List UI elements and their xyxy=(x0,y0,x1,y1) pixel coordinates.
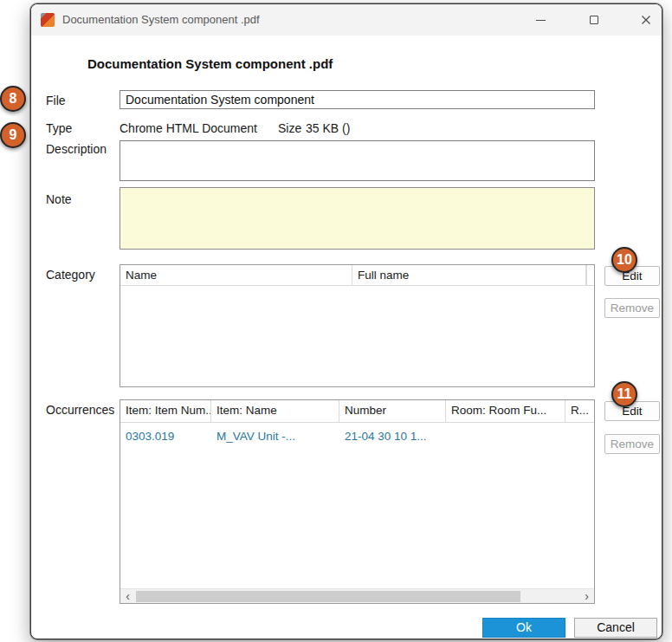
occurrence-room xyxy=(446,426,565,447)
file-label: File xyxy=(46,94,66,107)
occurrences-column-number[interactable]: Number xyxy=(339,400,446,422)
minimize-icon xyxy=(536,20,546,21)
description-input[interactable] xyxy=(120,140,595,181)
occurrences-table: Item: Item Num... Item: Name Number Room… xyxy=(120,399,595,604)
ok-button[interactable]: Ok xyxy=(482,618,565,638)
occurrences-table-header: Item: Item Num... Item: Name Number Room… xyxy=(120,400,594,423)
occurrence-item-number: 0303.019 xyxy=(120,426,211,447)
callout-badge-10: 10 xyxy=(611,247,637,273)
callout-badge-9: 9 xyxy=(0,122,26,148)
close-button[interactable] xyxy=(629,4,662,36)
category-label: Category xyxy=(46,268,95,282)
description-label: Description xyxy=(46,142,107,156)
maximize-icon xyxy=(590,16,598,24)
type-label: Type xyxy=(46,121,72,135)
category-column-name[interactable]: Name xyxy=(120,265,352,285)
category-column-spacer xyxy=(586,265,594,285)
occurrence-item-name: M_VAV Unit -... xyxy=(211,426,339,447)
cancel-button[interactable]: Cancel xyxy=(574,618,657,638)
category-table: Name Full name xyxy=(120,264,595,387)
screenshot-canvas: Documentation System component .pdf Docu… xyxy=(0,0,672,642)
file-input[interactable] xyxy=(120,90,595,109)
window-title: Documentation System component .pdf xyxy=(62,4,260,36)
size-value: 35 KB () xyxy=(306,121,350,135)
note-label: Note xyxy=(46,192,72,206)
type-value: Chrome HTML Document xyxy=(120,121,257,135)
category-column-fullname[interactable]: Full name xyxy=(352,265,586,285)
occurrences-column-item-number[interactable]: Item: Item Num... xyxy=(120,400,211,422)
size-label: Size xyxy=(278,121,301,135)
scroll-left-icon[interactable]: ‹ xyxy=(120,589,135,603)
maximize-button[interactable] xyxy=(577,4,611,36)
horizontal-scrollbar[interactable]: ‹ › xyxy=(120,588,594,603)
occurrences-column-room[interactable]: Room: Room Fu... xyxy=(446,400,565,422)
occurrence-extra xyxy=(565,426,594,447)
occurrences-remove-button[interactable]: Remove xyxy=(604,434,660,454)
occurrence-number: 21-04 30 10 1... xyxy=(339,426,446,447)
category-remove-button[interactable]: Remove xyxy=(604,298,660,318)
scroll-right-icon[interactable]: › xyxy=(579,589,594,603)
callout-badge-8: 8 xyxy=(0,86,26,112)
callout-badge-11: 11 xyxy=(611,381,637,407)
note-input[interactable] xyxy=(120,187,595,250)
document-properties-dialog: Documentation System component .pdf Docu… xyxy=(30,3,662,639)
occurrences-column-item-name[interactable]: Item: Name xyxy=(211,400,339,422)
table-row[interactable]: 0303.019 M_VAV Unit -... 21-04 30 10 1..… xyxy=(120,426,594,447)
scrollbar-thumb[interactable] xyxy=(136,591,520,602)
minimize-button[interactable] xyxy=(523,4,558,36)
occurrences-column-partial[interactable]: R... xyxy=(565,400,594,422)
category-table-header: Name Full name xyxy=(120,265,594,286)
titlebar[interactable]: Documentation System component .pdf xyxy=(31,4,662,36)
dialog-heading: Documentation System component .pdf xyxy=(87,56,333,71)
close-icon xyxy=(641,15,651,25)
occurrences-label: Occurrences xyxy=(46,403,114,417)
pdf-app-icon xyxy=(41,13,55,27)
